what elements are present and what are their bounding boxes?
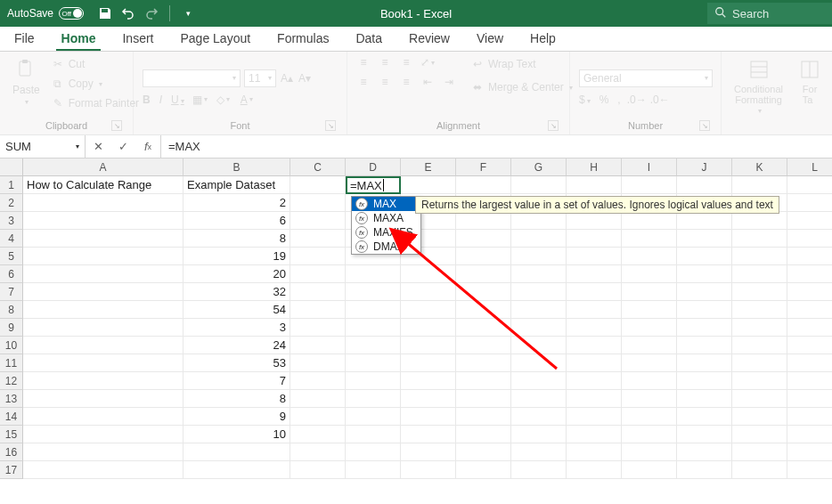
cell-L2[interactable] [787, 194, 832, 212]
cell-E9[interactable] [401, 319, 456, 337]
cell-K14[interactable] [732, 408, 787, 426]
dialog-launcher-icon[interactable]: ↘ [548, 120, 559, 131]
name-box[interactable]: SUM ▾ [0, 135, 86, 158]
cell-J12[interactable] [677, 372, 732, 390]
cell-E12[interactable] [401, 372, 456, 390]
cell-G16[interactable] [511, 443, 567, 461]
decrease-decimal-icon[interactable]: .0← [653, 93, 667, 107]
cell-G10[interactable] [511, 337, 567, 354]
row-header[interactable]: 17 [0, 461, 23, 479]
tab-insert[interactable]: Insert [117, 28, 159, 51]
cell-L12[interactable] [787, 372, 832, 390]
row-header[interactable]: 5 [0, 248, 23, 265]
autocomplete-item[interactable]: fxDMAX [352, 240, 420, 254]
cell-L17[interactable] [787, 461, 832, 479]
paste-button[interactable]: Paste ▾ [9, 55, 44, 108]
row-header[interactable]: 9 [0, 319, 23, 337]
cell-H11[interactable] [567, 354, 622, 372]
cell-F7[interactable] [456, 283, 511, 301]
row-header[interactable]: 14 [0, 408, 23, 426]
underline-button[interactable]: U▾ [171, 93, 184, 106]
cell-G6[interactable] [511, 265, 567, 283]
cell-K13[interactable] [732, 390, 787, 408]
dialog-launcher-icon[interactable]: ↘ [325, 120, 336, 131]
enter-formula-button[interactable]: ✓ [110, 140, 135, 153]
align-top-icon[interactable]: ≡ [356, 55, 371, 69]
cell-E7[interactable] [401, 283, 456, 301]
cell-D6[interactable] [346, 265, 401, 283]
column-header[interactable]: G [511, 159, 567, 176]
column-header[interactable]: F [456, 159, 511, 176]
cell-L6[interactable] [787, 265, 832, 283]
cell-L7[interactable] [787, 283, 832, 301]
cell-C10[interactable] [290, 337, 346, 354]
cell-D12[interactable] [346, 372, 401, 390]
cell-H17[interactable] [567, 461, 622, 479]
cell-C1[interactable] [290, 176, 346, 194]
cell-B7[interactable]: 32 [184, 283, 290, 301]
cell-J11[interactable] [677, 354, 732, 372]
cell-H15[interactable] [567, 426, 622, 443]
cell-J17[interactable] [677, 461, 732, 479]
cell-J4[interactable] [677, 230, 732, 248]
cell-C2[interactable] [290, 194, 346, 212]
column-header[interactable]: J [677, 159, 732, 176]
cell-B14[interactable]: 9 [184, 408, 290, 426]
cell-F16[interactable] [456, 443, 511, 461]
row-header[interactable]: 12 [0, 372, 23, 390]
cell-H4[interactable] [567, 230, 622, 248]
cell-I11[interactable] [622, 354, 677, 372]
column-header[interactable]: B [184, 159, 290, 176]
indent-decrease-icon[interactable]: ⇤ [420, 75, 435, 89]
cell-G9[interactable] [511, 319, 567, 337]
cell-H12[interactable] [567, 372, 622, 390]
cell-H5[interactable] [567, 248, 622, 265]
cell-J14[interactable] [677, 408, 732, 426]
cell-L15[interactable] [787, 426, 832, 443]
cell-H6[interactable] [567, 265, 622, 283]
redo-icon[interactable] [144, 6, 159, 20]
currency-button[interactable]: $▾ [579, 93, 591, 106]
cell-I13[interactable] [622, 390, 677, 408]
cell-K7[interactable] [732, 283, 787, 301]
format-as-table-button[interactable]: ForTa [794, 55, 826, 107]
formula-input[interactable]: =MAX [161, 135, 832, 158]
cell-F4[interactable] [456, 230, 511, 248]
cell-J16[interactable] [677, 443, 732, 461]
cell-K1[interactable] [732, 176, 787, 194]
cell-G15[interactable] [511, 426, 567, 443]
cell-B13[interactable]: 8 [184, 390, 290, 408]
cell-G8[interactable] [511, 301, 567, 319]
cell-A14[interactable] [23, 408, 184, 426]
align-right-icon[interactable]: ≡ [399, 75, 413, 89]
column-header[interactable]: L [787, 159, 832, 176]
cell-K4[interactable] [732, 230, 787, 248]
cell-K12[interactable] [732, 372, 787, 390]
font-color-icon[interactable]: A▾ [240, 93, 254, 107]
cell-J5[interactable] [677, 248, 732, 265]
cancel-formula-button[interactable]: ✕ [86, 140, 110, 153]
cell-G1[interactable] [511, 176, 567, 194]
cell-A4[interactable] [23, 230, 184, 248]
cell-K15[interactable] [732, 426, 787, 443]
cell-A8[interactable] [23, 301, 184, 319]
undo-icon[interactable] [121, 6, 135, 20]
cell-G5[interactable] [511, 248, 567, 265]
cell-K6[interactable] [732, 265, 787, 283]
cell-L1[interactable] [787, 176, 832, 194]
cell-F13[interactable] [456, 390, 511, 408]
cell-D9[interactable] [346, 319, 401, 337]
cell-B10[interactable]: 24 [184, 337, 290, 354]
cell-C3[interactable] [290, 212, 346, 230]
cell-J15[interactable] [677, 426, 732, 443]
cell-B6[interactable]: 20 [184, 265, 290, 283]
cell-B11[interactable]: 53 [184, 354, 290, 372]
cell-B1[interactable]: Example Dataset [184, 176, 290, 194]
cell-D14[interactable] [346, 408, 401, 426]
chevron-down-icon[interactable]: ▾ [76, 142, 79, 150]
italic-button[interactable]: I [159, 93, 162, 106]
cell-K11[interactable] [732, 354, 787, 372]
tab-help[interactable]: Help [525, 28, 561, 51]
cell-C14[interactable] [290, 408, 346, 426]
cell-B2[interactable]: 2 [184, 194, 290, 212]
